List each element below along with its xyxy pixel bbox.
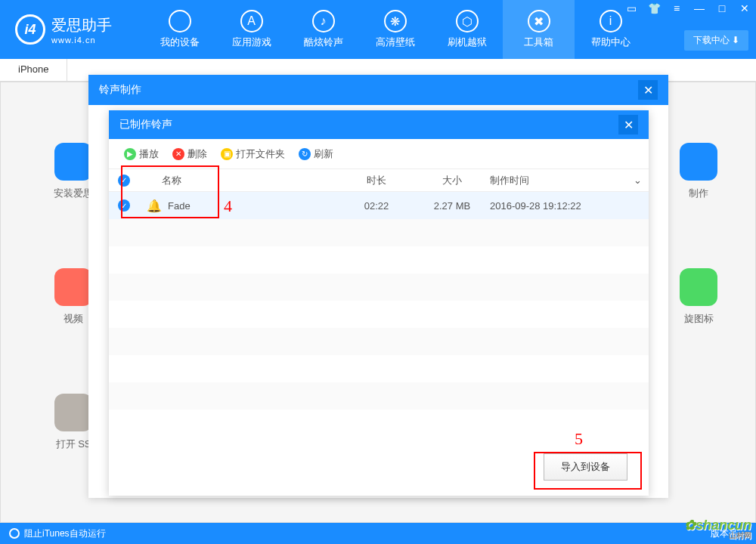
download-center-button[interactable]: 下载中心 ⬇ <box>684 30 748 51</box>
col-name[interactable]: 名称 <box>139 174 339 187</box>
dialog-title: 铃声制作 <box>99 83 141 97</box>
row-size: 2.27 MB <box>414 200 490 212</box>
status-bar: 阻止iTunes自动运行 版本号： <box>0 523 756 544</box>
play-button[interactable]: ▶播放 <box>124 147 159 161</box>
row-name: Fade <box>168 200 191 212</box>
row-created: 2016-09-28 19:12:22 <box>490 200 626 212</box>
app-site: www.i4.cn <box>51 36 112 45</box>
play-icon: ▶ <box>124 148 136 160</box>
main-nav: 我的设备 A应用游戏 ♪酷炫铃声 ❋高清壁纸 ⬡刷机越狱 ✖工具箱 i帮助中心 <box>144 0 646 59</box>
minimize-icon[interactable]: — <box>688 0 711 17</box>
dialog-title: 已制作铃声 <box>119 118 172 131</box>
select-all-checkbox[interactable]: ✓ <box>118 175 130 187</box>
logo: i4 爱思助手 www.i4.cn <box>15 14 144 45</box>
annotation-label-5: 5 <box>575 429 583 449</box>
apple-icon <box>169 10 191 32</box>
refresh-button[interactable]: ↻刷新 <box>299 147 333 161</box>
app-name: 爱思助手 <box>51 15 112 36</box>
apps-icon: A <box>240 10 263 32</box>
nav-wallpapers[interactable]: ❋高清壁纸 <box>359 0 431 59</box>
tab-iphone[interactable]: iPhone <box>0 59 67 81</box>
annotation-label-4: 4 <box>224 196 232 216</box>
tool-rotate[interactable]: 旋图标 <box>680 268 717 326</box>
row-duration: 02:22 <box>339 200 414 212</box>
nav-apps[interactable]: A应用游戏 <box>215 0 287 59</box>
toggle-icon[interactable] <box>9 528 20 539</box>
delete-icon: ✕ <box>172 148 184 160</box>
tools-icon: ✖ <box>528 10 550 32</box>
close-button[interactable]: ✕ <box>638 80 658 100</box>
status-text: 阻止iTunes自动运行 <box>24 527 106 540</box>
top-bar: i4 爱思助手 www.i4.cn 我的设备 A应用游戏 ♪酷炫铃声 ❋高清壁纸… <box>0 0 756 59</box>
col-duration[interactable]: 时长 <box>339 174 414 187</box>
ringtone-icon: 🔔 <box>147 199 162 213</box>
skin-icon[interactable]: 👕 <box>643 0 665 17</box>
rotate-icon <box>680 268 717 306</box>
refresh-icon: ↻ <box>299 148 311 160</box>
folder-icon: ▣ <box>221 148 233 160</box>
open-folder-button[interactable]: ▣打开文件夹 <box>221 147 285 161</box>
box-icon: ⬡ <box>456 10 479 32</box>
import-to-device-button[interactable]: 导入到设备 <box>544 453 627 481</box>
created-ringtones-dialog: 已制作铃声 ✕ ▶播放 ✕删除 ▣打开文件夹 ↻刷新 ✓ 名称 时长 大小 制作… <box>109 110 649 496</box>
window-controls: ▭ 👕 ≡ — □ ✕ <box>620 0 756 17</box>
install-icon <box>54 143 92 181</box>
flower-icon: ❋ <box>384 10 407 32</box>
ssh-icon <box>54 394 92 431</box>
tool-make[interactable]: 制作 <box>680 143 717 200</box>
bell-icon: ♪ <box>312 10 335 32</box>
table-header: ✓ 名称 时长 大小 制作时间 ⌄ <box>109 169 649 192</box>
settings-icon[interactable]: ≡ <box>665 0 688 17</box>
watermark: ✿shancun 山村网 <box>684 517 751 541</box>
col-created[interactable]: 制作时间 <box>490 174 626 187</box>
col-size[interactable]: 大小 <box>414 174 490 187</box>
close-button[interactable]: ✕ <box>618 115 638 134</box>
info-icon: i <box>600 10 622 32</box>
tool-install[interactable]: 安装爱思 <box>54 143 93 200</box>
close-icon[interactable]: ✕ <box>733 0 756 17</box>
feedback-icon[interactable]: ▭ <box>620 0 643 17</box>
tool-ssh[interactable]: 打开 SS <box>54 394 93 451</box>
table-row[interactable]: ✓ 🔔 Fade 02:22 2.27 MB 2016-09-28 19:12:… <box>109 192 649 219</box>
nav-toolbox[interactable]: ✖工具箱 <box>503 0 575 59</box>
delete-button[interactable]: ✕删除 <box>172 147 207 161</box>
toolbar: ▶播放 ✕删除 ▣打开文件夹 ↻刷新 <box>109 139 649 169</box>
nav-my-device[interactable]: 我的设备 <box>144 0 215 59</box>
app-logo-icon: i4 <box>15 14 45 45</box>
make-icon <box>680 143 717 181</box>
chevron-down-icon[interactable]: ⌄ <box>626 175 649 186</box>
nav-ringtones[interactable]: ♪酷炫铃声 <box>287 0 359 59</box>
row-checkbox[interactable]: ✓ <box>118 199 130 212</box>
tool-video[interactable]: 视频 <box>54 268 93 326</box>
video-icon <box>54 268 92 306</box>
maximize-icon[interactable]: □ <box>711 0 733 17</box>
nav-flash[interactable]: ⬡刷机越狱 <box>431 0 503 59</box>
